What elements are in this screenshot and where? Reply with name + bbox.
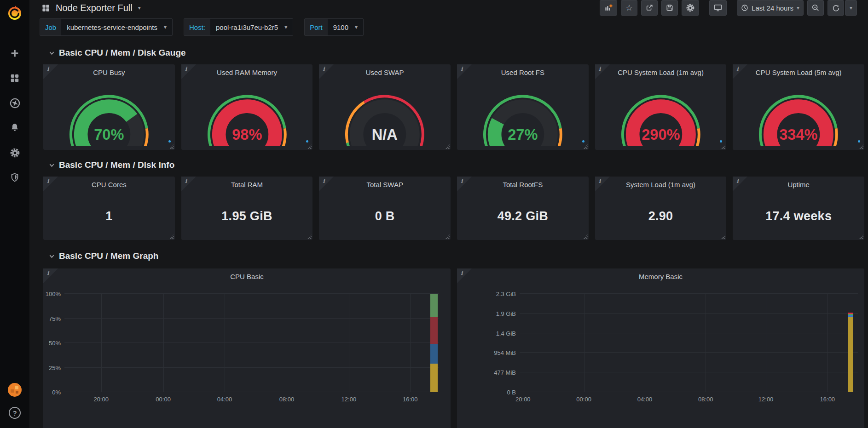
configuration-gear-icon[interactable]	[9, 147, 20, 158]
series-sliver-segment-yellow-series	[430, 364, 437, 392]
gauge-panel-used-swap: iUsed SWAPN/A	[319, 64, 451, 150]
gridline	[523, 294, 523, 392]
star-button[interactable]: ☆	[621, 0, 637, 16]
share-button[interactable]	[641, 0, 658, 16]
dashboard-squares-icon	[41, 4, 50, 12]
gridline	[520, 313, 858, 314]
title-caret-icon: ▾	[138, 5, 141, 11]
gauge-panel-cpu-busy: iCPU Busy70%	[43, 64, 175, 150]
panel-info-corner[interactable]	[733, 64, 747, 79]
variable-host[interactable]: Host:pool-ra1i3u7eu-b2r5▾	[184, 18, 293, 36]
y-axis-label: 0 B	[507, 389, 516, 396]
x-axis-label: 16:00	[403, 396, 418, 403]
gridline	[64, 293, 439, 294]
variable-label: Host:	[184, 19, 210, 35]
info-icon[interactable]: i	[47, 270, 49, 276]
info-icon[interactable]: i	[185, 178, 187, 184]
info-icon[interactable]: i	[323, 178, 325, 184]
section-header-gauge[interactable]: Basic CPU / Mem / Disk Gauge	[43, 48, 864, 58]
help-icon[interactable]: ?	[9, 407, 21, 419]
dashboards-icon[interactable]	[9, 73, 20, 84]
info-icon[interactable]: i	[736, 66, 739, 72]
time-range-caret-icon: ▾	[797, 5, 799, 11]
settings-gear-icon	[686, 3, 695, 12]
add-panel-icon	[604, 3, 613, 12]
gridline	[410, 294, 411, 392]
chevron-down-icon	[49, 162, 55, 168]
panel-info-corner[interactable]	[595, 177, 610, 191]
info-icon[interactable]: i	[47, 66, 49, 72]
gauge: 334%	[733, 77, 864, 146]
variable-value-dropdown[interactable]: kubernetes-service-endpoints▾	[61, 19, 172, 35]
panel-info-corner[interactable]	[43, 177, 58, 191]
zoom-out-button[interactable]	[807, 0, 824, 16]
settings-button[interactable]	[682, 0, 699, 16]
panel-info-corner[interactable]	[319, 64, 334, 79]
panel-title[interactable]: Used RAM Memory	[181, 64, 313, 76]
panel-info-corner[interactable]	[733, 177, 747, 191]
info-icon[interactable]: i	[599, 66, 601, 72]
info-icon[interactable]: i	[461, 178, 463, 184]
variable-label: Port	[305, 19, 328, 35]
info-icon[interactable]: i	[599, 178, 601, 184]
panel-info-corner[interactable]	[319, 177, 334, 191]
create-plus-icon[interactable]	[9, 48, 20, 59]
gridline	[520, 372, 858, 372]
info-icon[interactable]: i	[185, 66, 187, 72]
stat-value: 1.95 GiB	[181, 192, 313, 240]
panel-title[interactable]: Memory Basic	[457, 268, 864, 280]
cycle-view-button[interactable]	[709, 0, 727, 16]
panel-title[interactable]: CPU System Load (5m avg)	[733, 64, 864, 76]
info-icon[interactable]: i	[47, 178, 49, 184]
panel-title[interactable]: Total SWAP	[319, 177, 451, 188]
panel-title[interactable]: System Load (1m avg)	[595, 177, 727, 188]
server-admin-shield-icon[interactable]	[9, 172, 20, 183]
gridline	[520, 333, 858, 333]
panel-info-corner[interactable]	[181, 64, 196, 79]
add-panel-button[interactable]	[600, 0, 617, 16]
dashboard-title-button[interactable]: Node Exporter Full ▾	[41, 3, 141, 13]
panel-info-corner[interactable]	[457, 177, 472, 191]
panel-title[interactable]: CPU Cores	[43, 177, 175, 188]
save-button[interactable]	[661, 0, 678, 16]
panel-info-corner[interactable]	[457, 268, 472, 283]
panel-info-corner[interactable]	[457, 64, 472, 79]
panel-title[interactable]: CPU Busy	[43, 64, 175, 76]
section-header-graph[interactable]: Basic CPU / Mem Graph	[43, 251, 864, 261]
variable-value-dropdown[interactable]: 9100▾	[328, 19, 363, 35]
panel-info-corner[interactable]	[181, 177, 196, 191]
panel-title[interactable]: Total RootFS	[457, 177, 589, 188]
alerting-bell-icon[interactable]	[9, 122, 20, 133]
variable-value-dropdown[interactable]: pool-ra1i3u7eu-b2r5▾	[210, 19, 293, 35]
gridline	[766, 294, 766, 392]
panel-title[interactable]: Total RAM	[181, 177, 313, 188]
y-axis-label: 100%	[46, 291, 61, 297]
user-avatar[interactable]	[8, 383, 22, 397]
explore-compass-icon[interactable]	[9, 97, 20, 108]
panel-info-corner[interactable]	[43, 268, 58, 283]
panel-title[interactable]: CPU System Load (1m avg)	[595, 64, 727, 76]
info-icon[interactable]: i	[736, 178, 739, 184]
save-icon	[665, 4, 674, 12]
refresh-button[interactable]	[827, 0, 844, 16]
time-range-picker[interactable]: Last 24 hours ▾	[737, 0, 804, 16]
y-axis-label: 75%	[49, 315, 61, 322]
panel-title[interactable]: Used SWAP	[319, 64, 451, 76]
variable-job[interactable]: Jobkubernetes-service-endpoints▾	[40, 18, 173, 36]
panel-title[interactable]: CPU Basic	[43, 268, 451, 280]
variable-selected-value: 9100	[333, 23, 348, 31]
gauge-panels-row: iCPU Busy70%iUsed RAM Memory98%iUsed SWA…	[43, 64, 864, 150]
info-icon[interactable]: i	[461, 270, 463, 276]
gauge: 70%	[43, 77, 175, 146]
gauge-panel-cpu-system-load-5m-avg: iCPU System Load (5m avg)334%	[733, 64, 864, 150]
panel-info-corner[interactable]	[595, 64, 610, 79]
panel-title[interactable]: Uptime	[733, 177, 864, 188]
info-icon[interactable]: i	[461, 66, 463, 72]
panel-title[interactable]: Used Root FS	[457, 64, 589, 76]
variable-port[interactable]: Port9100▾	[304, 18, 364, 36]
section-header-info[interactable]: Basic CPU / Mem / Disk Info	[43, 160, 864, 170]
grafana-logo[interactable]	[6, 5, 23, 21]
panel-info-corner[interactable]	[43, 64, 58, 79]
info-icon[interactable]: i	[323, 66, 325, 72]
refresh-interval-caret-button[interactable]: ▾	[845, 0, 857, 16]
